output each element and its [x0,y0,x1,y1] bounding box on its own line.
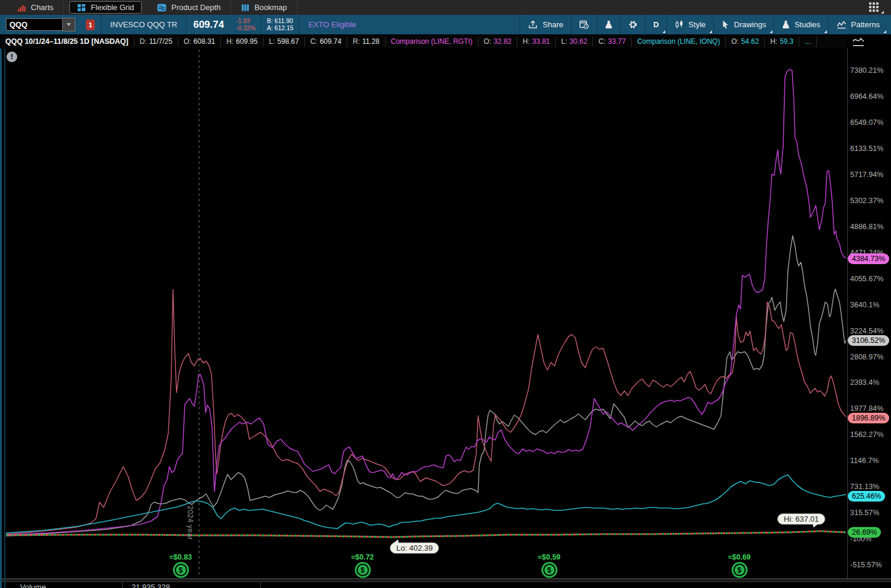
toolbar-button-gear[interactable] [620,15,645,34]
symbol-group: 1 INVESCO QQQ TR 609.74 -1.93 -0.32% B: … [0,15,365,34]
volume-row: Volume 21,935,328 [0,582,891,588]
field-label: L: [561,37,567,46]
button-label: Share [543,20,563,29]
tab-flexible-grid[interactable]: Flexible Grid [69,1,142,14]
flexible-grid-icon [77,4,86,12]
year-divider-label: 2024 year [186,506,194,540]
status-cell-5: C:609.74 [305,37,348,47]
status-cell-9: H:33.81 [517,37,556,47]
tab-bar: ChartsFlexible GridProduct DepthBookmap [0,0,891,15]
dividend-marker[interactable]: ≈$0.69$ [728,553,751,578]
status-cell-11: C:33.77 [593,37,632,47]
toolbar-button-flask[interactable] [597,15,620,34]
field-value: 11.28 [362,37,379,46]
chevron-down-icon [883,30,886,33]
ask-value: A: 612.15 [267,25,293,32]
change-percent: -0.32% [236,25,255,32]
dollar-icon: $ [732,562,748,578]
toolbar-button-studies[interactable]: Studies [774,15,828,34]
calendar-clock-icon [579,20,589,29]
patterns-icon [836,20,847,29]
axis-tick: 5717.94% [850,171,883,179]
price-badge: 625.46% [848,491,885,502]
axis-tick: 3224.54% [850,327,883,335]
axis-tick: 2808.97% [850,353,883,361]
price-badge: 1896.89% [848,413,889,423]
price-axis[interactable]: 7380.21%6964.64%6549.07%6133.51%5717.94%… [847,49,891,579]
symbol-input[interactable] [6,18,62,31]
chart-status-bar: QQQ 10/1/24–11/8/25 1D [NASDAQ]D:11/7/25… [0,34,847,49]
dividend-amount: ≈$0.69 [728,553,751,561]
axis-tick: 315.57% [850,509,879,517]
symbol-input-group [6,18,75,31]
status-cell-0: QQQ 10/1/24–11/8/25 1D [NASDAQ] [0,37,134,47]
volume-row-spacer [261,582,891,588]
axis-tick: 2393.4% [850,378,879,387]
axis-tick: 1562.27% [850,430,883,439]
dividend-marker[interactable]: ≈$0.72$ [351,553,374,578]
candles-icon [675,20,684,29]
field-label: H: [523,37,530,46]
warning-icon[interactable]: ! [7,52,17,62]
change-value: -1.93 [236,18,255,25]
chart-maximize-icon[interactable] [851,36,866,49]
axis-tick: 731.13% [850,483,879,491]
toolbar-button-share[interactable]: Share [520,15,571,34]
field-value: 609.95 [236,37,258,46]
grid-icon [868,4,879,14]
status-cell-7: Comparison (LINE, RGTI) [386,37,479,47]
chevron-down-icon [824,30,827,33]
series-comparison-rose [6,290,846,534]
dividend-amount: ≈$0.72 [351,553,374,561]
series-ionq [6,475,846,533]
button-label: Patterns [851,20,880,29]
toolbar-button-d[interactable]: D [645,15,666,34]
tab-bookmap[interactable]: Bookmap [231,0,297,15]
dollar-icon: $ [541,562,557,578]
status-cell-13: O:54.62 [726,37,765,47]
price-chart [0,49,847,579]
status-cell-15: ... [799,37,816,47]
series-rgti [6,69,846,535]
high-marker-tooltip: Hi: 637.01 [777,513,825,525]
tab-charts[interactable]: Charts [7,0,64,15]
price-change: -1.93 -0.32% [230,18,261,31]
dividend-marker[interactable]: ≈$0.59$ [538,553,560,578]
toolbar-button-drawings[interactable]: Drawings [713,15,774,34]
panel-left-edge [0,49,2,588]
axis-tick: 6964.64% [850,92,883,101]
axis-tick: 5302.37% [850,197,883,205]
field-label: O: [484,37,492,46]
symbol-dropdown-button[interactable] [62,18,75,31]
toolbar-button-style[interactable]: Style [666,15,713,34]
field-label: C: [310,37,318,46]
thinkorswim-window: ChartsFlexible GridProduct DepthBookmap … [0,0,891,588]
tab-product-depth[interactable]: Product Depth [147,0,231,15]
dividend-marker[interactable]: ≈$0.83$ [169,553,192,578]
button-label: D [653,20,659,29]
toolbar-button-patterns[interactable]: Patterns [828,15,887,34]
status-cell-14: H:59.3 [765,37,799,47]
grid-layout-button[interactable] [868,2,882,14]
axis-tick: 1977.84% [850,404,883,413]
status-cell-6: R:11.28 [347,37,385,47]
series-comparison-gray [6,236,846,536]
chevron-down-icon [66,23,71,26]
alert-flag-badge[interactable]: 1 [86,20,95,30]
field-value: 32.82 [493,37,511,46]
dollar-icon: $ [173,562,189,578]
price-badge: 3106.52% [848,335,889,346]
field-value: 54.62 [741,37,759,46]
toolbar-button-calendar-clock[interactable] [571,15,597,34]
volume-value: 21,935,328 [123,582,261,588]
status-cell-10: L:30.62 [556,37,593,47]
volume-label: Volume [0,582,123,588]
axis-tick: 7380.21% [850,66,883,75]
field-value: 30.62 [569,37,587,46]
axis-tick: -515.57% [850,561,882,569]
main-toolbar: 1 INVESCO QQQ TR 609.74 -1.93 -0.32% B: … [0,15,891,34]
share-icon [528,20,538,29]
axis-tick: 1146.7% [850,457,879,465]
price-badge: 4384.73% [848,253,889,264]
bid-ask: B: 611.90 A: 612.15 [261,18,299,31]
